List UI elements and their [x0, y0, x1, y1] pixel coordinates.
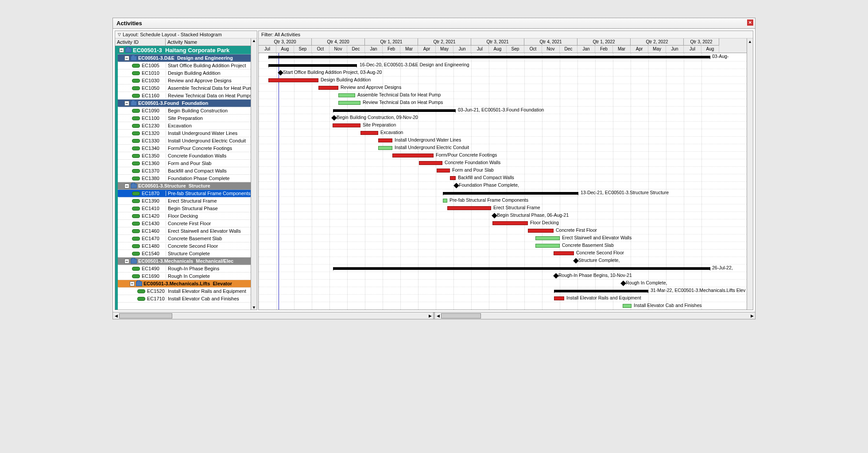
activity-bar[interactable] — [268, 78, 318, 82]
wbs-row[interactable]: −EC00501-3.Mechanicals Mechanical/Elec — [118, 257, 251, 265]
gantt-row[interactable]: Site Preparation — [259, 122, 747, 129]
wbs-row[interactable]: −EC00501-3.Structure Structure — [118, 182, 251, 190]
activity-tree[interactable]: −EC00501-3 Haitang Corporate Park−EC0050… — [115, 46, 251, 310]
collapse-icon[interactable]: − — [124, 56, 129, 61]
activity-bar[interactable] — [492, 221, 528, 225]
activity-row[interactable]: EC1520Install Elevator Rails and Equipme… — [118, 288, 251, 295]
milestone-icon[interactable] — [620, 280, 626, 286]
activity-bar[interactable] — [535, 236, 560, 240]
activity-row[interactable]: EC1430Concrete First Floor — [118, 220, 251, 227]
gantt-row[interactable]: Concrete Basement Slab — [259, 242, 747, 250]
summary-bar[interactable] — [268, 56, 710, 58]
gantt-row[interactable]: Begin Building Construction, 09-Nov-20 — [259, 114, 747, 122]
gantt-row[interactable]: Concrete First Floor — [259, 227, 747, 234]
gantt-row[interactable]: Install Underground Electric Conduit — [259, 144, 747, 152]
activity-row[interactable]: EC1160Review Technical Data on Heat Pump… — [118, 92, 251, 100]
activity-bar[interactable] — [378, 138, 392, 142]
gantt-chart[interactable]: 03-Aug-16-Dec-20, EC00501-3.D&E Design a… — [259, 53, 747, 310]
gantt-row[interactable]: Review Technical Data on Heat Pumps — [259, 99, 747, 107]
timescale[interactable]: Qtr 3, 2020Qtr 4, 2020Qtr 1, 2021Qtr 2, … — [259, 38, 747, 53]
activity-bar[interactable] — [528, 229, 554, 233]
wbs-row[interactable]: −EC00501-3.Found Foundation — [118, 100, 251, 107]
activity-row[interactable]: EC1350Concrete Foundation Walls — [118, 152, 251, 160]
gantt-row[interactable]: Install Elevator Rails and Equipment — [259, 295, 747, 302]
milestone-icon[interactable] — [492, 213, 497, 219]
close-icon[interactable]: ✕ — [747, 19, 753, 26]
activity-row[interactable]: EC1330Install Underground Electric Condu… — [118, 137, 251, 145]
milestone-icon[interactable] — [331, 115, 337, 121]
activity-bar[interactable] — [443, 199, 447, 203]
activity-row[interactable]: EC1540Structure Complete — [118, 250, 251, 257]
activity-row[interactable]: EC1320Install Underground Water Lines — [118, 130, 251, 137]
col-activity-id[interactable]: Activity ID — [115, 38, 166, 46]
gantt-row[interactable]: 03-Aug- — [259, 53, 747, 61]
activity-row[interactable]: EC1005Start Office Building Addition Pro… — [118, 62, 251, 69]
gantt-row[interactable]: 13-Dec-21, EC00501-3.Structure Structure — [259, 189, 747, 197]
activity-row[interactable]: EC1390Erect Structural Frame — [118, 197, 251, 205]
gantt-row[interactable]: Install Underground Water Lines — [259, 137, 747, 144]
gantt-row[interactable]: Form/Pour Concrete Footings — [259, 152, 747, 159]
gantt-row[interactable]: Concrete Foundation Walls — [259, 159, 747, 167]
gantt-row[interactable]: Floor Decking — [259, 219, 747, 227]
activity-bar[interactable] — [554, 296, 564, 300]
collapse-icon[interactable]: − — [124, 259, 129, 264]
summary-bar[interactable] — [268, 64, 357, 67]
milestone-icon[interactable] — [453, 183, 459, 188]
activity-row[interactable]: EC1690Rough In Complete — [118, 273, 251, 280]
activity-row[interactable]: EC1050Assemble Technical Data for Heat P… — [118, 84, 251, 92]
activity-row[interactable]: EC1460Erect Stairwell and Elevator Walls — [118, 227, 251, 235]
layout-selector[interactable]: ▽ Layout: Schedule Layout - Stacked Hist… — [115, 31, 257, 38]
gantt-row[interactable]: Excavation — [259, 129, 747, 137]
activity-bar[interactable] — [338, 101, 360, 105]
activity-bar[interactable] — [623, 304, 632, 308]
summary-bar[interactable] — [554, 290, 648, 292]
gantt-row[interactable]: 16-Dec-20, EC00501-3.D&E Design and Engi… — [259, 61, 747, 69]
activity-row[interactable]: EC1230Excavation — [118, 122, 251, 130]
gantt-row[interactable]: Structure Complete, — [259, 257, 747, 265]
gantt-hscroll[interactable]: ◀ ▶ — [435, 312, 755, 319]
collapse-icon[interactable]: − — [124, 184, 129, 188]
gantt-row[interactable]: Design Building Addition — [259, 77, 747, 84]
activity-row[interactable]: EC1090Begin Building Construction — [118, 107, 251, 115]
collapse-icon[interactable]: − — [119, 48, 124, 53]
summary-bar[interactable] — [333, 267, 710, 270]
activity-row[interactable]: EC1470Concrete Basement Slab — [118, 235, 251, 242]
collapse-icon[interactable]: − — [130, 281, 135, 286]
collapse-icon[interactable]: − — [124, 101, 129, 106]
gantt-row[interactable]: Install Elevator Cab and Finishes — [259, 302, 747, 310]
gantt-row[interactable]: 31-Mar-22, EC00501-3.Mechanicals.Lifts E… — [259, 287, 747, 295]
gantt-row[interactable]: Rough In Complete, — [259, 280, 747, 287]
activity-bar[interactable] — [378, 146, 392, 150]
gantt-row[interactable]: Erect Structural Frame — [259, 204, 747, 212]
milestone-icon[interactable] — [573, 258, 579, 264]
summary-bar[interactable] — [333, 109, 456, 112]
gantt-row[interactable]: 26-Jul-22, — [259, 265, 747, 272]
activity-bar[interactable] — [554, 251, 574, 255]
activity-row[interactable]: EC1380Foundation Phase Complete — [118, 175, 251, 182]
activity-row[interactable]: EC1870Pre-fab Structural Frame Component… — [118, 190, 251, 197]
summary-bar[interactable] — [443, 192, 578, 195]
activity-row[interactable]: EC1370Backfill and Compact Walls — [118, 167, 251, 175]
activity-bar[interactable] — [333, 123, 360, 127]
activity-bar[interactable] — [338, 93, 355, 97]
activity-row[interactable]: EC1480Concrete Second Floor — [118, 242, 251, 250]
milestone-icon[interactable] — [553, 273, 559, 279]
vertical-scrollbar[interactable]: ▲▼ — [251, 38, 257, 310]
gantt-row[interactable]: Pre-fab Structural Frame Components — [259, 197, 747, 204]
gantt-row[interactable]: 03-Jun-21, EC00501-3.Found Foundation — [259, 107, 747, 114]
activity-bar[interactable] — [419, 161, 442, 165]
wbs-row[interactable]: −EC00501-3.Mechanicals.Lifts Elevator — [118, 280, 251, 288]
activity-row[interactable]: EC1420Floor Decking — [118, 212, 251, 220]
gantt-row[interactable]: Assemble Technical Data for Heat Pump — [259, 92, 747, 99]
activity-row[interactable]: EC1100Site Preparation — [118, 115, 251, 122]
activity-row[interactable]: EC1010Design Building Addition — [118, 69, 251, 77]
col-activity-name[interactable]: Activity Name — [166, 38, 251, 46]
activity-row[interactable]: EC1360Form and Pour Slab — [118, 160, 251, 167]
activity-bar[interactable] — [437, 169, 450, 173]
gantt-row[interactable]: Erect Stairwell and Elevator Walls — [259, 234, 747, 242]
wbs-row[interactable]: −EC00501-3.D&E Design and Engineering — [118, 54, 251, 62]
gantt-row[interactable]: Rough-In Phase Begins, 10-Nov-21 — [259, 272, 747, 280]
gantt-row[interactable]: Form and Pour Slab — [259, 167, 747, 174]
activity-row[interactable]: EC1030Review and Approve Designs — [118, 77, 251, 84]
activity-row[interactable]: EC1490Rough-In Phase Begins — [118, 265, 251, 273]
